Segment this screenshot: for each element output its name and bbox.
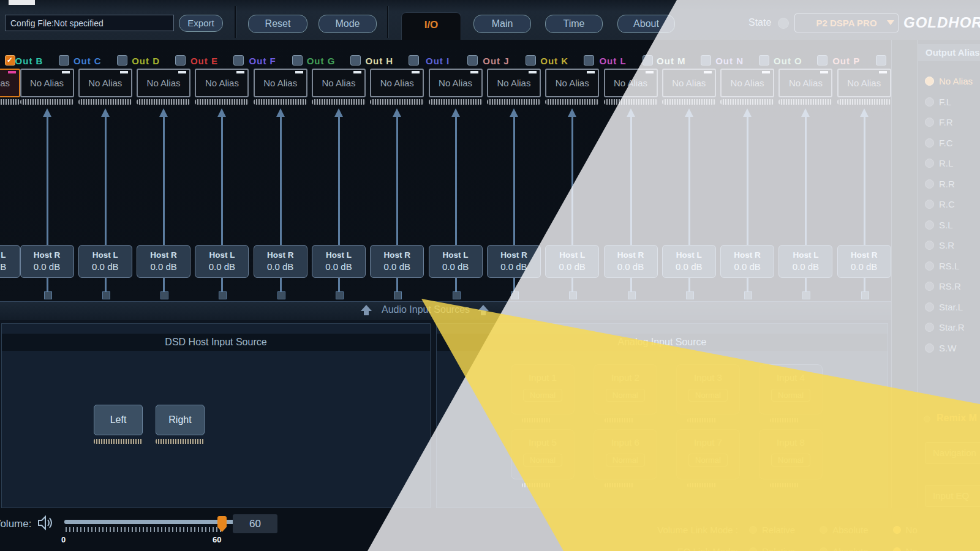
host-source-box[interactable]: Host R0.0 dB xyxy=(137,245,190,278)
radio-icon[interactable] xyxy=(749,526,757,534)
output-alias-option[interactable]: S.R xyxy=(925,240,980,252)
analog-input-button[interactable]: Input 1Normal xyxy=(511,364,575,414)
analog-input-label: Input 7 xyxy=(677,437,739,448)
alias-box[interactable]: No Alias xyxy=(78,69,132,97)
routing-line xyxy=(280,116,282,245)
dsd-host-input-panel: DSD Host Input Source Left Right xyxy=(1,323,431,508)
host-source-box[interactable]: Host R0.0 dB xyxy=(720,245,774,278)
host-source-name: Host R xyxy=(21,250,74,260)
analog-input-button[interactable]: Input 5Normal xyxy=(511,429,575,479)
channel-checkbox[interactable] xyxy=(876,55,886,66)
tab-about[interactable]: About xyxy=(617,15,675,33)
output-alias-option-label: F.L xyxy=(939,97,951,107)
output-alias-option[interactable]: R.C xyxy=(925,199,980,211)
radio-icon[interactable] xyxy=(893,547,901,551)
mode-button[interactable]: Mode xyxy=(318,15,377,33)
output-alias-option[interactable]: F.C xyxy=(925,138,980,150)
alias-box[interactable]: No Alias xyxy=(195,69,249,97)
routing-plug xyxy=(453,291,461,299)
alias-box[interactable]: No Alias xyxy=(429,69,483,97)
alias-box[interactable]: No Alias xyxy=(0,69,20,97)
alias-box[interactable]: No Alias xyxy=(720,69,774,97)
alias-indicator xyxy=(120,71,128,73)
tab-io[interactable]: I/O xyxy=(401,12,461,40)
navigation-button[interactable]: Navigation xyxy=(925,442,980,464)
analog-input-button[interactable]: Input 8Normal xyxy=(759,429,823,479)
radio-icon[interactable] xyxy=(749,547,757,551)
output-alias-option[interactable]: R.R xyxy=(925,179,980,191)
host-source-box[interactable]: Host R0.0 dB xyxy=(604,245,658,278)
output-alias-option[interactable]: F.L xyxy=(925,97,980,109)
radio-icon xyxy=(925,97,934,107)
host-source-box[interactable]: Host R0.0 dB xyxy=(837,245,891,278)
alias-box[interactable]: No Alias xyxy=(312,69,366,97)
host-source-box[interactable]: Host R0.0 dB xyxy=(20,245,74,278)
host-source-box[interactable]: Host L0.0 dB xyxy=(662,245,716,278)
analog-input-button[interactable]: Input 3Normal xyxy=(676,364,740,414)
alias-box[interactable]: No Alias xyxy=(370,69,424,97)
radio-icon[interactable] xyxy=(893,526,901,534)
tab-time[interactable]: Time xyxy=(545,15,603,33)
output-alias-option-label: S.W xyxy=(939,343,956,353)
radio-icon xyxy=(925,220,934,230)
up-arrow-icon xyxy=(801,108,810,117)
alias-indicator xyxy=(178,71,186,73)
level-meter-strip xyxy=(720,99,774,105)
host-source-box[interactable]: Host L0.0 dB xyxy=(0,245,20,278)
config-file-field[interactable]: Config File:Not specified xyxy=(5,15,174,31)
analog-input-button[interactable]: Input 6Normal xyxy=(594,429,657,479)
alias-box[interactable]: No Alias xyxy=(545,69,599,97)
level-meter-strip xyxy=(312,99,366,105)
alias-box[interactable]: No Alias xyxy=(487,69,541,97)
level-meter-strip xyxy=(370,99,424,105)
host-source-box[interactable]: Host R0.0 dB xyxy=(370,245,424,278)
alias-box[interactable]: No Alias xyxy=(604,69,658,97)
alias-box[interactable]: No Alias xyxy=(662,69,716,97)
analog-input-label: Input 6 xyxy=(594,437,657,448)
output-alias-option[interactable]: RS.R xyxy=(925,281,980,293)
analog-input-button[interactable]: Input 2Normal xyxy=(594,364,657,414)
reset-button[interactable]: Reset xyxy=(248,15,307,33)
analog-input-button[interactable]: Input 4Normal xyxy=(759,364,823,414)
host-source-box[interactable]: Host L0.0 dB xyxy=(545,245,599,278)
dsd-left-button[interactable]: Left xyxy=(94,405,143,435)
output-alias-option[interactable]: R.L xyxy=(925,158,980,170)
alias-indicator xyxy=(8,71,16,73)
channel-label: Out P xyxy=(827,56,866,66)
export-button[interactable]: Export xyxy=(179,15,223,32)
output-alias-option[interactable]: Star.L xyxy=(925,302,980,314)
output-alias-option[interactable]: S.W xyxy=(925,343,980,355)
host-source-box[interactable]: Host R0.0 dB xyxy=(487,245,541,278)
remix-option[interactable]: Remix M xyxy=(924,413,979,425)
host-source-box[interactable]: Host L0.0 dB xyxy=(195,245,249,278)
alias-box[interactable]: No Alias xyxy=(137,69,190,97)
alias-indicator xyxy=(529,71,537,73)
radio-icon[interactable] xyxy=(820,547,827,551)
routing-plug xyxy=(511,291,519,299)
host-source-box[interactable]: Host L0.0 dB xyxy=(429,245,483,278)
host-source-box[interactable]: Host L0.0 dB xyxy=(78,245,132,278)
alias-indicator xyxy=(412,71,420,73)
routing-line xyxy=(805,116,807,245)
output-alias-option[interactable]: Star.R xyxy=(925,322,980,334)
host-source-box[interactable]: Host L0.0 dB xyxy=(312,245,366,278)
host-gain-value: 0.0 dB xyxy=(838,261,891,272)
chevron-down-icon xyxy=(887,20,894,25)
tab-main[interactable]: Main xyxy=(473,15,531,33)
alias-box[interactable]: No Alias xyxy=(837,69,891,97)
output-alias-option[interactable]: No Alias xyxy=(925,76,980,88)
host-source-box[interactable]: Host L0.0 dB xyxy=(778,245,832,278)
output-alias-option[interactable]: S.L xyxy=(925,220,980,232)
analog-input-button[interactable]: Input 7Normal xyxy=(676,429,740,479)
up-arrow-icon xyxy=(860,108,869,117)
alias-box[interactable]: No Alias xyxy=(20,69,74,97)
host-source-box[interactable]: Host R0.0 dB xyxy=(254,245,307,278)
alias-box[interactable]: No Alias xyxy=(254,69,307,97)
alias-box[interactable]: No Alias xyxy=(778,69,832,97)
output-alias-option[interactable]: F.R xyxy=(925,117,980,129)
output-alias-option[interactable]: RS.L xyxy=(925,261,980,273)
radio-icon[interactable] xyxy=(820,526,827,534)
dsd-right-button[interactable]: Right xyxy=(156,405,205,435)
routing-stub xyxy=(396,278,398,292)
input-eq-button[interactable]: Input EQ xyxy=(925,485,980,507)
